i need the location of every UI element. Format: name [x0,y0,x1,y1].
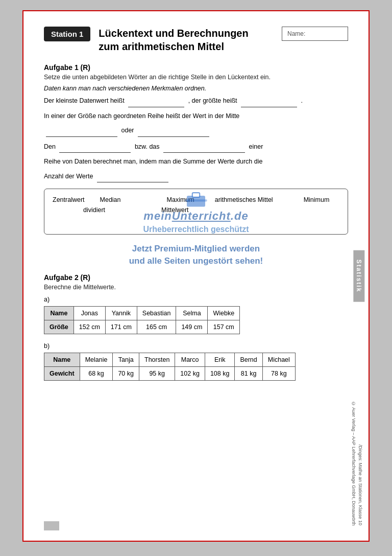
blank-median1 [46,125,117,137]
table-a-val-jonas: 152 cm [74,320,105,334]
word-mittelwert: Mittelwert [161,206,188,214]
table-b-col-marco: Marco [175,353,205,366]
watermark-text1: Urheberrechtlich geschützt [143,225,249,234]
blank-maximum [241,95,297,107]
table-a-val-sebastian: 165 cm [137,320,176,334]
aufgabe1-title: Aufgabe 1 (R) [44,63,348,72]
word-median: Median [100,196,121,203]
header-right: Name: [282,27,348,41]
word-box: Zentralwert Median Maximum arithmetische… [44,189,348,235]
table-a-data-row: Größe 152 cm 171 cm 165 cm 149 cm 157 cm [44,320,240,334]
aufgabe1-line4: oder [44,125,348,137]
table-b-label: b) [44,342,348,350]
table-b-val-thorsten: 95 kg [139,366,175,380]
table-a-col-sebastian: Sebastian [137,306,176,320]
table-b-col-thorsten: Thorsten [139,353,175,366]
table-a-col-yannik: Yannik [105,306,137,320]
table-a-val-selma: 149 cm [176,320,208,334]
station-badge: Station 1 [44,27,90,41]
aufgabe2-section: Aufgabe 2 (R) Berechne die Mittelwerte. … [44,273,348,381]
word-maximum: Maximum [167,196,194,203]
table-a-col-jonas: Jonas [74,306,105,320]
table-b-col-erik: Erik [205,353,235,366]
table-a: Name Jonas Yannik Sebastian Selma Wiebke… [44,306,240,334]
table-b-col-bernd: Bernd [235,353,262,366]
aufgabe1-line7: Anzahl der Werte [44,171,348,183]
table-b-val-michael: 78 kg [262,366,295,380]
aufgabe2-instruction: Berechne die Mittelwerte. [44,284,348,291]
word-arithmetisches-mittel: arithmetisches Mittel [215,196,273,203]
blank-zentralwert [138,125,209,137]
table-b-col-michael: Michael [262,353,295,366]
aufgabe1-line2: Der kleinste Datenwert heißt , der größt… [44,95,348,107]
footer-text: /Dinges: Mathe an Stationen, Klasse 10 ©… [350,401,363,525]
blank-mittelwert [59,141,131,153]
table-b-val-marco: 102 kg [175,366,205,380]
blank-minimum [128,95,184,107]
watermark-premium-text: Jetzt Premium-Mitglied werdenund alle Se… [44,243,348,267]
aufgabe1-line3: In einer der Größe nach geordneten Reihe… [44,110,348,122]
table-a-col-wiebke: Wiebke [208,306,240,320]
name-box: Name: [282,27,348,41]
table-b-val-bernd: 81 kg [235,366,262,380]
table-a-label: a) [44,296,348,303]
table-a-val-yannik: 171 cm [105,320,137,334]
table-a-val-wiebke: 157 cm [208,320,240,334]
header: Station 1 Lückentext und Berechnungen zu… [44,27,348,53]
table-b-col-name: Name [44,353,80,366]
aufgabe1-instruction: Setze die unten abgebildeten Wörter an d… [44,74,348,81]
table-b-header-row: Name Melanie Tanja Thorsten Marco Erik B… [44,353,296,366]
aufgabe1-line1: Daten kann man nach verschiedenen Merkma… [44,85,348,92]
table-b-row-gewicht: Gewicht [44,366,80,380]
table-b-data-row: Gewicht 68 kg 70 kg 95 kg 102 kg 108 kg … [44,366,296,380]
worksheet-page: Station 1 Lückentext und Berechnungen zu… [22,10,370,542]
table-a-col-selma: Selma [176,306,208,320]
table-b-val-tanja: 70 kg [113,366,139,380]
word-zentralwert: Zentralwert [53,196,85,203]
table-b: Name Melanie Tanja Thorsten Marco Erik B… [44,353,296,381]
aufgabe1-line5: Den bzw. das einer [44,141,348,153]
word-minimum: Minimum [304,196,330,203]
table-b-col-melanie: Melanie [80,353,113,366]
title-block: Lückentext und Berechnungen zum arithmet… [99,27,274,53]
aufgabe1-section: Aufgabe 1 (R) Setze die unten abgebildet… [44,63,348,267]
table-b-val-melanie: 68 kg [80,366,113,380]
table-b-val-erik: 108 kg [205,366,235,380]
word-grid: Zentralwert Median Maximum arithmetische… [53,196,339,214]
table-a-row-grosse: Größe [44,320,74,334]
table-b-col-tanja: Tanja [113,353,139,366]
word-dividiert: dividiert [83,206,105,214]
main-title: Lückentext und Berechnungen zum arithmet… [99,27,274,53]
blank-arithmetisches-mittel [163,141,245,153]
aufgabe1-line6: Reihe von Daten berechnet man, indem man… [44,156,348,168]
sidebar-label: Statistik [354,250,365,302]
table-a-col-name: Name [44,306,74,320]
aufgabe2-title: Aufgabe 2 (R) [44,273,348,282]
blank-dividiert [97,171,168,183]
small-square-decoration [44,521,59,530]
table-a-header-row: Name Jonas Yannik Sebastian Selma Wiebke [44,306,240,320]
